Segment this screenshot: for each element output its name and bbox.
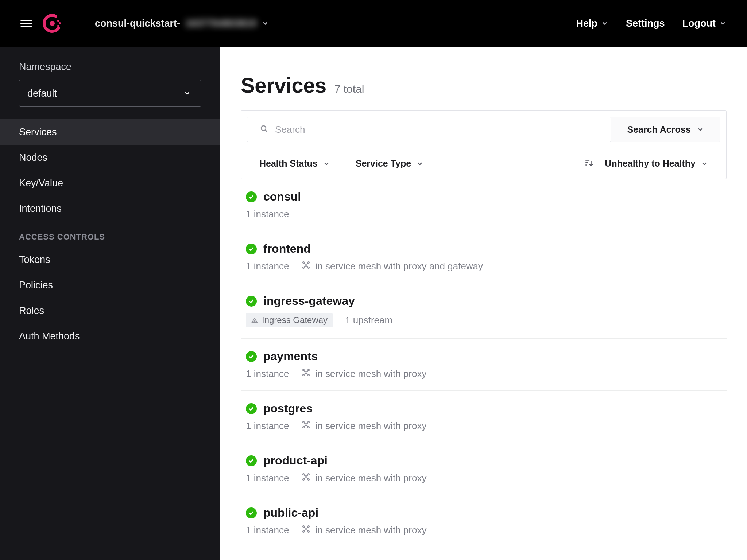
svg-point-40 bbox=[308, 474, 309, 475]
sidebar-item-kv[interactable]: Key/Value bbox=[0, 170, 220, 196]
sidebar-item-label: Key/Value bbox=[19, 178, 63, 189]
instance-count: 1 instance bbox=[246, 209, 289, 220]
sidebar-item-label: Auth Methods bbox=[19, 331, 80, 342]
svg-line-35 bbox=[307, 423, 308, 424]
sidebar-item-label: Intentions bbox=[19, 203, 62, 214]
svg-line-53 bbox=[307, 527, 308, 528]
svg-line-17 bbox=[304, 266, 305, 267]
service-row[interactable]: ingress-gateway Ingress Gateway1 upstrea… bbox=[241, 283, 727, 339]
svg-point-30 bbox=[303, 421, 304, 423]
svg-point-33 bbox=[308, 427, 309, 428]
service-name: postgres bbox=[263, 402, 313, 415]
sort-dropdown[interactable]: Unhealthy to Healthy bbox=[605, 158, 708, 169]
service-row[interactable]: product-api 1 instancein service mesh wi… bbox=[241, 443, 727, 495]
menu-toggle-icon[interactable] bbox=[20, 18, 32, 29]
chevron-down-icon bbox=[601, 20, 608, 27]
mesh-icon bbox=[302, 261, 310, 272]
namespace-selector[interactable]: default bbox=[19, 80, 201, 107]
sidebar-item-tokens[interactable]: Tokens bbox=[0, 247, 220, 272]
sidebar-item-intentions[interactable]: Intentions bbox=[0, 196, 220, 221]
instance-count: 1 instance bbox=[246, 261, 289, 272]
svg-point-22 bbox=[308, 369, 309, 371]
health-check-icon bbox=[246, 403, 257, 414]
service-name: payments bbox=[263, 350, 318, 363]
datacenter-selector[interactable]: consul-quickstart-1637764803819 bbox=[95, 18, 269, 29]
health-check-icon bbox=[246, 296, 257, 307]
sidebar-item-services[interactable]: Services bbox=[0, 119, 220, 145]
help-label: Help bbox=[576, 18, 598, 29]
filter-health-status[interactable]: Health Status bbox=[259, 158, 330, 169]
svg-line-6 bbox=[265, 130, 267, 132]
svg-line-27 bbox=[304, 373, 305, 374]
filter-label: Service Type bbox=[356, 158, 411, 169]
svg-point-24 bbox=[308, 374, 309, 376]
svg-line-25 bbox=[304, 371, 305, 372]
chevron-down-icon bbox=[719, 20, 727, 27]
search-across-label: Search Across bbox=[627, 124, 690, 135]
settings-label: Settings bbox=[626, 18, 665, 29]
mesh-info: in service mesh with proxy bbox=[302, 420, 427, 432]
top-bar: consul-quickstart-1637764803819 Help Set… bbox=[0, 0, 747, 47]
search-input[interactable] bbox=[275, 124, 598, 135]
sidebar-item-auth-methods[interactable]: Auth Methods bbox=[0, 323, 220, 349]
service-tag: Ingress Gateway bbox=[246, 313, 333, 327]
sidebar: Namespace default Services Nodes Key/Val… bbox=[0, 47, 220, 560]
instance-count: 1 instance bbox=[246, 525, 289, 536]
datacenter-name-suffix: 1637764803819 bbox=[185, 18, 256, 29]
svg-point-1 bbox=[50, 21, 55, 26]
mesh-label: in service mesh with proxy bbox=[316, 472, 427, 484]
svg-line-26 bbox=[307, 371, 308, 372]
svg-point-5 bbox=[261, 126, 266, 131]
chevron-down-icon bbox=[697, 126, 704, 133]
mesh-label: in service mesh with proxy bbox=[316, 525, 427, 536]
sidebar-item-policies[interactable]: Policies bbox=[0, 272, 220, 298]
sidebar-item-label: Tokens bbox=[19, 254, 50, 265]
mesh-icon bbox=[302, 525, 310, 536]
service-name: public-api bbox=[263, 506, 318, 520]
svg-line-45 bbox=[304, 478, 305, 479]
svg-point-13 bbox=[303, 267, 304, 268]
sort-icon bbox=[584, 158, 594, 170]
svg-point-12 bbox=[308, 262, 309, 263]
settings-link[interactable]: Settings bbox=[626, 18, 665, 29]
filter-service-type[interactable]: Service Type bbox=[356, 158, 423, 169]
svg-line-36 bbox=[304, 425, 305, 427]
health-check-icon bbox=[246, 455, 257, 466]
svg-point-3 bbox=[59, 22, 61, 24]
mesh-icon bbox=[302, 472, 310, 484]
svg-point-32 bbox=[303, 427, 304, 428]
mesh-label: in service mesh with proxy and gateway bbox=[316, 261, 483, 272]
svg-line-55 bbox=[307, 530, 308, 531]
svg-line-52 bbox=[304, 527, 305, 528]
service-row[interactable]: consul 1 instance bbox=[241, 179, 727, 231]
sidebar-item-nodes[interactable]: Nodes bbox=[0, 145, 220, 170]
service-row[interactable]: payments 1 instancein service mesh with … bbox=[241, 339, 727, 391]
page-title: Services bbox=[241, 73, 326, 97]
sidebar-item-roles[interactable]: Roles bbox=[0, 298, 220, 323]
mesh-info: in service mesh with proxy and gateway bbox=[302, 261, 483, 272]
search-box[interactable] bbox=[247, 117, 611, 142]
svg-point-42 bbox=[308, 479, 309, 480]
sidebar-item-label: Roles bbox=[19, 305, 44, 316]
help-menu[interactable]: Help bbox=[576, 18, 609, 29]
service-row[interactable]: frontend 1 instancein service mesh with … bbox=[241, 231, 727, 283]
health-check-icon bbox=[246, 244, 257, 254]
sidebar-section-access: ACCESS CONTROLS bbox=[0, 221, 220, 247]
health-check-icon bbox=[246, 191, 257, 202]
svg-line-54 bbox=[304, 530, 305, 531]
instance-count: 1 instance bbox=[246, 472, 289, 484]
svg-line-15 bbox=[304, 263, 305, 264]
toolbar: Search Across Health Status Service Type bbox=[241, 110, 727, 179]
tag-label: Ingress Gateway bbox=[262, 315, 328, 325]
datacenter-name-prefix: consul-quickstart- bbox=[95, 18, 180, 29]
service-name: frontend bbox=[263, 242, 311, 256]
filter-label: Health Status bbox=[259, 158, 318, 169]
logout-menu[interactable]: Logout bbox=[682, 18, 727, 29]
service-row[interactable]: postgres 1 instancein service mesh with … bbox=[241, 391, 727, 443]
search-across-dropdown[interactable]: Search Across bbox=[611, 117, 720, 142]
main-content: Services 7 total Search Across Health St bbox=[220, 47, 747, 560]
svg-point-21 bbox=[303, 369, 304, 371]
chevron-down-icon bbox=[323, 160, 330, 167]
health-check-icon bbox=[246, 351, 257, 362]
service-row[interactable]: public-api 1 instancein service mesh wit… bbox=[241, 495, 727, 547]
